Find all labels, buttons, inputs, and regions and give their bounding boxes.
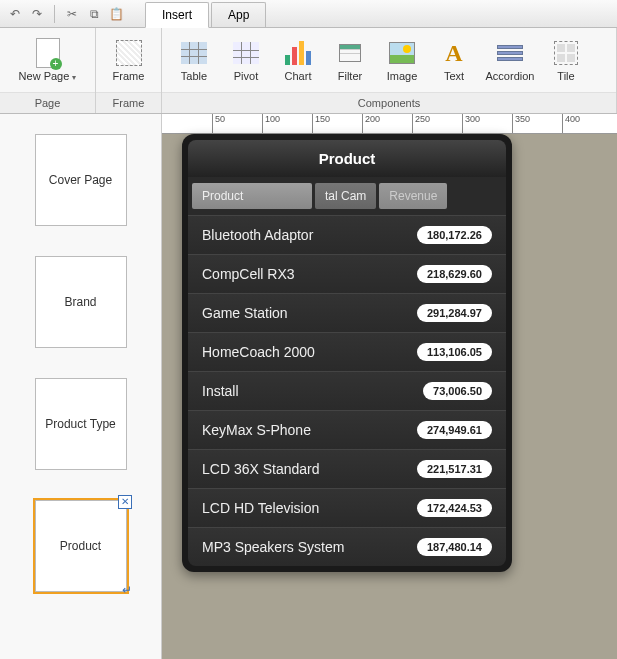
page-thumb-cover[interactable]: Cover Page [35, 134, 127, 226]
page-thumb-product-type[interactable]: Product Type [35, 378, 127, 470]
filter-icon [339, 44, 361, 62]
tab-app[interactable]: App [211, 2, 266, 27]
product-value: 187,480.14 [417, 538, 492, 556]
accordion-label: Accordion [486, 70, 535, 82]
product-value: 291,284.97 [417, 304, 492, 322]
pivot-button[interactable]: Pivot [222, 38, 270, 82]
ruler-tick: 250 [412, 114, 430, 133]
filter-label: Filter [338, 70, 362, 82]
page-thumb-product[interactable]: Product ✕ ↵ [35, 500, 127, 592]
pivot-icon [233, 42, 259, 64]
tile-icon [554, 41, 578, 65]
table-button[interactable]: Table [170, 38, 218, 82]
product-value: 73,006.50 [423, 382, 492, 400]
ruler-tick: 150 [312, 114, 330, 133]
product-value: 274,949.61 [417, 421, 492, 439]
text-button[interactable]: A Text [430, 38, 478, 82]
cut-icon[interactable]: ✂ [63, 5, 81, 23]
frame-label: Frame [113, 70, 145, 82]
new-page-label: New Page [19, 70, 70, 82]
ruler-tick: 50 [212, 114, 225, 133]
new-page-button[interactable]: + New Page ▾ [24, 38, 72, 82]
page-tray: Cover Page Brand Product Type Product ✕ … [0, 114, 162, 659]
undo-icon[interactable]: ↶ [6, 5, 24, 23]
list-item[interactable]: LCD 36X Standard221,517.31 [188, 449, 506, 488]
chevron-down-icon: ▾ [72, 73, 76, 82]
separator [54, 5, 55, 23]
accordion-button[interactable]: Accordion [482, 38, 538, 82]
table-label: Table [181, 70, 207, 82]
page-thumb-brand[interactable]: Brand [35, 256, 127, 348]
tile-button[interactable]: Tile [542, 38, 590, 82]
tab-insert[interactable]: Insert [145, 2, 209, 28]
list-item[interactable]: HomeCoach 2000113,106.05 [188, 332, 506, 371]
filter-chip-product[interactable]: Product [192, 183, 312, 209]
text-label: Text [444, 70, 464, 82]
product-name: MP3 Speakers System [202, 539, 344, 555]
ribbon-group-page-label: Page [0, 92, 95, 113]
ribbon: + New Page ▾ Page Frame Frame Table Pivo… [0, 28, 617, 114]
product-value: 218,629.60 [417, 265, 492, 283]
ruler-tick: 350 [512, 114, 530, 133]
product-value: 180,172.26 [417, 226, 492, 244]
chart-label: Chart [285, 70, 312, 82]
product-name: LCD HD Television [202, 500, 319, 516]
list-item[interactable]: Game Station291,284.97 [188, 293, 506, 332]
product-value: 172,424.53 [417, 499, 492, 517]
list-item[interactable]: KeyMax S-Phone274,949.61 [188, 410, 506, 449]
product-value: 113,106.05 [417, 343, 492, 361]
chart-button[interactable]: Chart [274, 38, 322, 82]
page-thumb-label: Product [60, 539, 101, 553]
image-label: Image [387, 70, 418, 82]
pivot-label: Pivot [234, 70, 258, 82]
ruler-tick: 400 [562, 114, 580, 133]
redo-icon[interactable]: ↷ [28, 5, 46, 23]
table-icon [181, 42, 207, 64]
product-widget[interactable]: Product Product tal Cam Revenue Bluetoot… [182, 134, 512, 572]
product-name: HomeCoach 2000 [202, 344, 315, 360]
tile-label: Tile [557, 70, 574, 82]
image-button[interactable]: Image [378, 38, 426, 82]
page-icon: + [36, 38, 60, 68]
ribbon-group-frame-label: Frame [96, 92, 161, 113]
list-item[interactable]: CompCell RX3218,629.60 [188, 254, 506, 293]
page-thumb-label: Cover Page [49, 173, 112, 187]
list-item[interactable]: MP3 Speakers System187,480.14 [188, 527, 506, 566]
workspace: Cover Page Brand Product Type Product ✕ … [0, 114, 617, 659]
copy-icon[interactable]: ⧉ [85, 5, 103, 23]
widget-list: Bluetooth Adaptor180,172.26CompCell RX32… [188, 215, 506, 566]
product-name: KeyMax S-Phone [202, 422, 311, 438]
text-icon: A [445, 40, 462, 67]
product-name: CompCell RX3 [202, 266, 295, 282]
frame-icon [116, 40, 142, 66]
product-name: Install [202, 383, 239, 399]
product-name: Game Station [202, 305, 288, 321]
return-icon[interactable]: ↵ [122, 583, 132, 597]
list-item[interactable]: Install73,006.50 [188, 371, 506, 410]
chart-icon [285, 41, 311, 65]
quick-access-toolbar: ↶ ↷ ✂ ⧉ 📋 Insert App [0, 0, 617, 28]
image-icon [389, 42, 415, 64]
filter-chip-category[interactable]: tal Cam [315, 183, 376, 209]
product-value: 221,517.31 [417, 460, 492, 478]
ruler-tick: 100 [262, 114, 280, 133]
frame-button[interactable]: Frame [105, 38, 153, 82]
product-name: LCD 36X Standard [202, 461, 320, 477]
accordion-icon [497, 45, 523, 61]
paste-icon[interactable]: 📋 [107, 5, 125, 23]
ruler-horizontal: 50100150200250300350400 [162, 114, 617, 134]
ribbon-group-components-label: Components [162, 92, 616, 113]
page-thumb-label: Product Type [45, 417, 116, 431]
widget-title: Product [188, 140, 506, 177]
filter-chip-revenue[interactable]: Revenue [379, 183, 447, 209]
ruler-tick: 200 [362, 114, 380, 133]
list-item[interactable]: Bluetooth Adaptor180,172.26 [188, 215, 506, 254]
canvas[interactable]: 50100150200250300350400 Product Product … [162, 114, 617, 659]
widget-filter-bar: Product tal Cam Revenue [188, 177, 506, 215]
ruler-tick: 300 [462, 114, 480, 133]
filter-button[interactable]: Filter [326, 38, 374, 82]
product-name: Bluetooth Adaptor [202, 227, 313, 243]
list-item[interactable]: LCD HD Television172,424.53 [188, 488, 506, 527]
close-icon[interactable]: ✕ [118, 495, 132, 509]
page-thumb-label: Brand [64, 295, 96, 309]
